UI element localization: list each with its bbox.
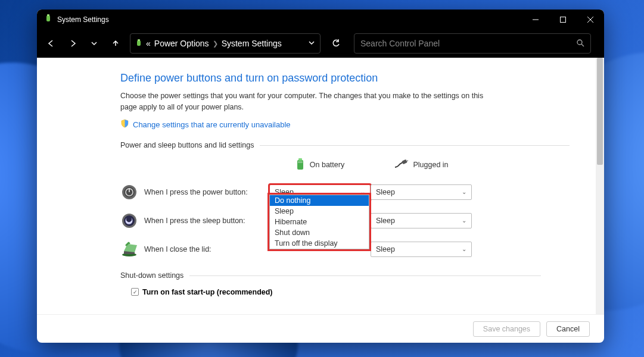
row-power-button: When I press the power button: [120, 183, 269, 201]
battery-icon [135, 39, 142, 49]
row-close-lid: When I close the lid: [120, 240, 269, 258]
column-on-battery: On battery [269, 158, 371, 173]
chevron-down-icon: ⌄ [462, 246, 466, 252]
save-changes-button[interactable]: Save changes [473, 321, 540, 337]
shield-icon [120, 119, 129, 130]
change-settings-link[interactable]: Change settings that are currently unava… [133, 120, 291, 129]
window-title: System Settings [57, 15, 109, 24]
svg-rect-12 [298, 161, 303, 163]
fast-startup-checkbox[interactable]: ✓ [131, 288, 139, 296]
refresh-button[interactable] [326, 34, 346, 53]
chevron-down-icon: ⌄ [462, 217, 466, 224]
dropdown-option[interactable]: Turn off the display [270, 238, 369, 249]
system-settings-window: System Settings « Power Options ❯ System… [37, 10, 604, 343]
history-dropdown-button[interactable] [85, 34, 104, 53]
back-button[interactable] [42, 34, 61, 53]
page-heading: Define power buttons and turn on passwor… [120, 72, 596, 84]
section-shutdown: Shut-down settings [120, 271, 596, 280]
vertical-scrollbar[interactable] [596, 58, 604, 314]
svg-rect-7 [138, 39, 140, 41]
svg-point-8 [577, 40, 582, 45]
dropdown-option[interactable]: Shut down [270, 227, 369, 238]
address-dropdown-icon[interactable] [308, 39, 315, 48]
fast-startup-label: Turn on fast start-up (recommended) [142, 288, 273, 296]
power-icon [120, 183, 138, 201]
dropdown-option[interactable]: Hibernate [270, 217, 369, 227]
svg-line-9 [581, 44, 584, 46]
column-plugged-in: Plugged in [371, 159, 472, 171]
scrollbar-thumb[interactable] [597, 58, 603, 165]
close-button[interactable] [577, 10, 604, 29]
titlebar: System Settings [37, 10, 604, 29]
dropdown-option[interactable]: Sleep [270, 206, 369, 217]
app-icon [44, 14, 52, 24]
sleep-icon [120, 212, 138, 230]
content-area: Define power buttons and turn on passwor… [37, 58, 596, 314]
svg-rect-6 [137, 40, 141, 46]
sleep-plugged-dropdown[interactable]: Sleep ⌄ [371, 213, 472, 228]
svg-rect-11 [298, 158, 302, 161]
chevron-right-icon: ❯ [213, 40, 218, 48]
fast-startup-row: ✓ Turn on fast start-up (recommended) [131, 288, 596, 296]
breadcrumb-system-settings[interactable]: System Settings [222, 39, 282, 48]
page-description: Choose the power settings that you want … [120, 90, 502, 113]
cancel-button[interactable]: Cancel [546, 321, 590, 337]
svg-rect-13 [402, 159, 408, 164]
dropdown-option[interactable]: Do nothing [270, 195, 369, 206]
search-placeholder: Search Control Panel [360, 39, 576, 48]
svg-line-15 [407, 160, 408, 161]
lid-plugged-dropdown[interactable]: Sleep ⌄ [371, 242, 472, 257]
address-bar[interactable]: « Power Options ❯ System Settings [130, 33, 321, 54]
navbar: « Power Options ❯ System Settings Search… [37, 29, 604, 58]
maximize-button[interactable] [549, 10, 577, 29]
minimize-button[interactable] [522, 10, 549, 29]
chevron-down-icon: ⌄ [462, 189, 466, 195]
row-sleep-button: When I press the sleep button: [120, 212, 269, 230]
breadcrumb-power-options[interactable]: Power Options [154, 39, 209, 48]
power-battery-dropdown-list[interactable]: Do nothing Sleep Hibernate Shut down Tur… [269, 195, 369, 249]
power-plugged-dropdown[interactable]: Sleep ⌄ [371, 184, 472, 200]
svg-rect-1 [47, 14, 49, 16]
section-buttons-lid: Power and sleep buttons and lid settings [120, 141, 596, 149]
battery-icon [295, 158, 305, 173]
plug-icon [394, 159, 408, 171]
breadcrumb-prefix: « [146, 39, 151, 48]
search-input[interactable]: Search Control Panel [354, 33, 591, 54]
search-icon [576, 39, 584, 49]
laptop-lid-icon [120, 240, 138, 258]
svg-rect-0 [46, 15, 50, 21]
up-button[interactable] [106, 34, 125, 53]
footer: Save changes Cancel [37, 314, 604, 343]
forward-button[interactable] [63, 34, 82, 53]
svg-rect-3 [561, 17, 566, 22]
